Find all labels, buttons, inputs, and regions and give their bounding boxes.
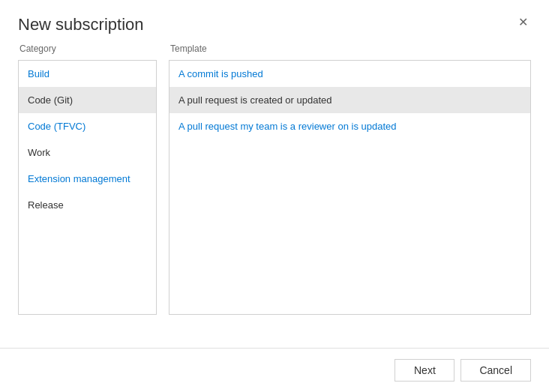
category-item-code-tfvc[interactable]: Code (TFVC) <box>19 113 156 139</box>
columns-wrapper: Category BuildCode (Git)Code (TFVC)WorkE… <box>18 43 531 315</box>
category-item-code-git[interactable]: Code (Git) <box>19 87 156 113</box>
dialog-body: Category BuildCode (Git)Code (TFVC)WorkE… <box>0 43 549 315</box>
template-item-pull-request-created[interactable]: A pull request is created or updated <box>170 87 530 113</box>
category-column: Category BuildCode (Git)Code (TFVC)WorkE… <box>18 43 157 315</box>
template-item-commit-pushed[interactable]: A commit is pushed <box>170 61 530 87</box>
cancel-button[interactable]: Cancel <box>460 359 531 382</box>
next-button[interactable]: Next <box>394 359 454 382</box>
template-list: A commit is pushedA pull request is crea… <box>169 60 531 315</box>
dialog-footer: Next Cancel <box>0 348 549 392</box>
dialog-header: New subscription ✕ <box>0 0 549 43</box>
category-item-work[interactable]: Work <box>19 139 156 166</box>
template-column: Template A commit is pushedA pull reques… <box>169 43 531 315</box>
close-button[interactable]: ✕ <box>515 15 531 30</box>
new-subscription-dialog: New subscription ✕ Category BuildCode (G… <box>0 0 549 392</box>
category-list: BuildCode (Git)Code (TFVC)WorkExtension … <box>18 60 157 315</box>
category-header: Category <box>18 43 157 54</box>
template-item-pull-request-reviewer[interactable]: A pull request my team is a reviewer on … <box>170 113 530 139</box>
template-header: Template <box>169 43 531 54</box>
dialog-title: New subscription <box>18 15 144 34</box>
category-item-release[interactable]: Release <box>19 192 156 218</box>
category-item-extension-management[interactable]: Extension management <box>19 166 156 192</box>
category-item-build[interactable]: Build <box>19 61 156 87</box>
